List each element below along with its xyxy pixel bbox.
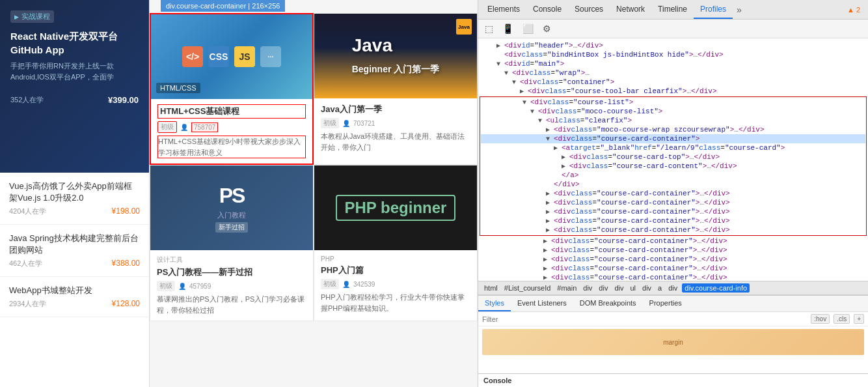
js-icon: JS: [234, 46, 255, 67]
card-html-css[interactable]: </> CSS JS ··· HTML/CSS HTML+CSS基础课程 初级 …: [150, 13, 314, 165]
dom-line-course-list[interactable]: ▼ <div class="course-list">: [481, 98, 865, 107]
dom-line-card-container-selected[interactable]: ▼ <div class="course-card-container">: [481, 134, 865, 143]
dom-line-card-container5[interactable]: ▶ <div class="course-card-container">…</…: [481, 216, 865, 225]
breadcrumb-div2[interactable]: div: [597, 283, 610, 293]
hero-desc: 手把手带你用RN开发并上线一款Android,IOS双平台APP，全面学: [10, 61, 139, 82]
sidebar-item-webapp[interactable]: WebApp书城整站开发 2934人在学 ¥128.00: [0, 277, 149, 317]
breadcrumb-main[interactable]: #main: [555, 283, 578, 293]
card-level-html: 初级: [157, 121, 177, 133]
php-logo: PHP beginner: [336, 195, 456, 221]
person-icon-php: 👤: [342, 281, 350, 288]
panel-tab-event-listeners[interactable]: Event Listeners: [511, 296, 573, 311]
breadcrumb-div3[interactable]: div: [612, 283, 625, 293]
course-grid: </> CSS JS ··· HTML/CSS HTML+CSS基础课程 初级 …: [150, 13, 478, 321]
dom-line-card-content[interactable]: ▶ <div class="course-card-content">…</di…: [481, 162, 865, 171]
card-level-ps: 初级: [157, 281, 175, 291]
card-body-java: Java入门第一季 初级 👤 703721 本教程从Java环境搭建、工具使用、…: [314, 98, 477, 158]
console-label[interactable]: Console: [483, 377, 511, 384]
card-title-html: HTML+CSS基础课程: [157, 104, 306, 119]
dom-line-hintbox[interactable]: <div class="bindHintBox js-bindHintBox h…: [478, 50, 868, 59]
panel-tab-dom-breakpoints[interactable]: DOM Breakpoints: [573, 296, 643, 311]
breadcrumb-div4[interactable]: div: [640, 283, 653, 293]
sidebar-item-java[interactable]: Java Spring技术栈构建完整前后台团购网站 462人在学 ¥388.00: [0, 225, 149, 277]
breadcrumb-bar: html #List_courseId #main div div div ul…: [478, 281, 868, 295]
card-desc-ps: 慕课网推出的PS入门教程，PS入门学习必备课程，带你轻松过招: [157, 294, 306, 315]
dom-line-container[interactable]: ▼ <div class="container">: [478, 78, 868, 87]
add-style-button[interactable]: +: [854, 314, 864, 324]
breadcrumb-active[interactable]: div.course-card-info: [682, 283, 750, 293]
breadcrumb-div5[interactable]: div: [666, 283, 679, 293]
card-meta-html: 初级 👤 758707: [157, 121, 306, 133]
card-tag-ps: 设计工具: [157, 255, 306, 265]
dom-line-card-container3[interactable]: ▶ <div class="course-card-container">…</…: [481, 198, 865, 207]
tab-console[interactable]: Console: [526, 1, 568, 19]
dom-line-extra4[interactable]: ▶ <div class="course-card-container">…</…: [478, 264, 868, 273]
dom-line-moco-list[interactable]: ▼ <div class="moco-course-list">: [481, 107, 865, 116]
bottom-area: Styles Event Listeners DOM Breakpoints P…: [478, 295, 868, 373]
card-body-html: HTML+CSS基础课程 初级 👤 758707 HTML+CSS基础课程9小时…: [151, 99, 312, 164]
more-icon: ···: [260, 46, 281, 67]
breadcrumb-div1[interactable]: div: [581, 283, 594, 293]
sidebar-item-meta: 4204人在学 ¥198.00: [9, 207, 140, 216]
middle-panel: div.course-card-container | 216×256 </> …: [150, 0, 478, 387]
breadcrumb-ul[interactable]: ul: [628, 283, 638, 293]
dom-line-extra5[interactable]: ▶ <div class="course-card-container">…</…: [478, 273, 868, 281]
dom-line-card-container2[interactable]: ▶ <div class="course-card-container">…</…: [481, 189, 865, 198]
dom-line-main[interactable]: ▼ <div id="main">: [478, 59, 868, 68]
mobile-icon[interactable]: 📱: [500, 22, 516, 35]
breadcrumb-a[interactable]: a: [656, 283, 664, 293]
card-title-java: Java入门第一季: [321, 104, 470, 115]
dom-line-card-container6[interactable]: ▶ <div class="course-card-container">…</…: [481, 225, 865, 235]
tab-timeline[interactable]: Timeline: [651, 1, 694, 19]
dom-line-extra1[interactable]: ▶ <div class="course-card-container">…</…: [478, 236, 868, 246]
tab-sources[interactable]: Sources: [568, 1, 610, 19]
filter-input[interactable]: [482, 315, 807, 323]
sidebar-item-title: WebApp书城整站开发: [9, 285, 140, 296]
tab-profiles[interactable]: Profiles: [694, 1, 733, 19]
dom-line-szcoursewrap[interactable]: ▶ <div class="moco-course-wrap szcoursew…: [481, 125, 865, 134]
tooltip-bar: div.course-card-container | 216×256: [161, 0, 285, 12]
console-input[interactable]: [517, 377, 863, 384]
panel-tab-styles[interactable]: Styles: [478, 296, 511, 311]
card-php[interactable]: PHP beginner PHP PHP入门篇 初级 👤 342539 PHP入…: [314, 165, 478, 321]
card-tag-php: PHP: [321, 255, 470, 263]
dom-line-card-container4[interactable]: ▶ <div class="course-card-container">…</…: [481, 207, 865, 216]
dom-line-clearfix[interactable]: ▼ <ul class="clearfix">: [481, 116, 865, 125]
dom-line-close-a[interactable]: </a>: [481, 171, 865, 180]
dom-line-card-top[interactable]: ▶ <div class="course-card-top">…</div>: [481, 152, 865, 162]
card-ps[interactable]: PS 入门教程 新手过招 设计工具 PS入门教程——新手过招 初级 👤 4579…: [150, 165, 314, 321]
dom-line-close-div1[interactable]: </div>: [481, 180, 865, 189]
dom-line-extra3[interactable]: ▶ <div class="course-card-container">…</…: [478, 255, 868, 264]
cls-button[interactable]: .cls: [834, 314, 850, 324]
sidebar-item-meta: 2934人在学 ¥128.00: [9, 299, 140, 309]
cursor-icon[interactable]: ⬚: [482, 22, 496, 35]
left-panel: 实战课程 React Native开发双平台GitHub App 手把手带你用R…: [0, 0, 150, 387]
person-icon-ps: 👤: [178, 283, 186, 290]
hero-meta: 352人在学 ¥399.00: [10, 95, 139, 105]
tab-more-button[interactable]: »: [733, 2, 746, 18]
dom-line-header[interactable]: ▶ <div id="header">…</div>: [478, 41, 868, 50]
course-hero[interactable]: 实战课程 React Native开发双平台GitHub App 手把手带你用R…: [0, 0, 149, 173]
sidebar-item-meta: 462人在学 ¥388.00: [9, 259, 140, 268]
ps-subtitle: 入门教程: [217, 210, 246, 220]
sidebar-item-vue[interactable]: Vue.js高仿饿了么外卖App前端框架Vue.js 1.0升级2.0 4204…: [0, 173, 149, 225]
gear-icon[interactable]: ⚙: [540, 22, 554, 35]
card-students-ps: 457959: [189, 283, 211, 290]
dom-line-wrap[interactable]: ▼ <div class="wrap">…: [478, 68, 868, 78]
dom-line-toolbar[interactable]: ▶ <div class="course-tool-bar clearfix">…: [478, 87, 868, 96]
devtools-toolbar: ⬚ 📱 ⬜ ⚙: [478, 20, 868, 38]
card-java[interactable]: JavaBeginner 入门第一季 Java Java入门第一季 初级 👤 7…: [314, 13, 478, 165]
tab-network[interactable]: Network: [610, 1, 651, 19]
dom-line-anchor[interactable]: ▶ <a target="_blank" href="/learn/9" cla…: [481, 143, 865, 152]
person-icon: 👤: [180, 124, 188, 131]
select-icon[interactable]: ⬜: [520, 22, 536, 35]
dom-line-extra2[interactable]: ▶ <div class="course-card-container">…</…: [478, 246, 868, 255]
breadcrumb-html[interactable]: html: [482, 283, 500, 293]
panel-tab-properties[interactable]: Properties: [643, 296, 688, 311]
card-image-html: </> CSS JS ··· HTML/CSS: [151, 14, 312, 99]
sidebar-item-title: Vue.js高仿饿了么外卖App前端框架Vue.js 1.0升级2.0: [9, 180, 140, 204]
hov-button[interactable]: :hov: [811, 314, 830, 324]
breadcrumb-list-course[interactable]: #List_courseId: [502, 283, 553, 293]
tab-elements[interactable]: Elements: [481, 1, 526, 19]
sidebar-item-title: Java Spring技术栈构建完整前后台团购网站: [9, 233, 140, 256]
